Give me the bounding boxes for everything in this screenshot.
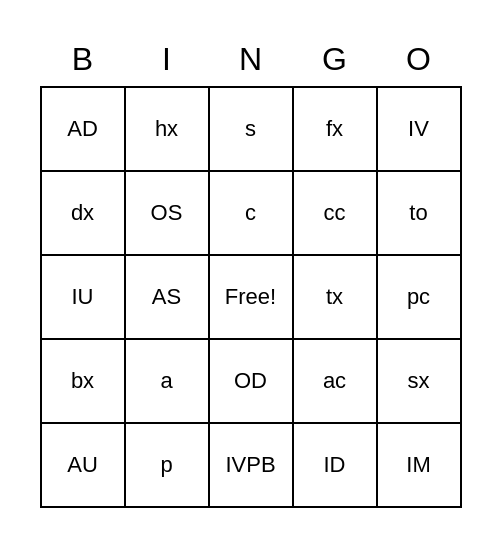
bingo-cell-r4-c1[interactable]: p	[126, 424, 210, 508]
bingo-grid: ADhxsfxIVdxOSccctoIUASFree!txpcbxaODacsx…	[40, 86, 462, 508]
bingo-cell-r0-c0[interactable]: AD	[42, 88, 126, 172]
bingo-cell-r0-c2[interactable]: s	[210, 88, 294, 172]
bingo-cell-r1-c2[interactable]: c	[210, 172, 294, 256]
bingo-cell-r1-c1[interactable]: OS	[126, 172, 210, 256]
bingo-header: BINGO	[41, 37, 461, 82]
bingo-cell-r3-c4[interactable]: sx	[378, 340, 462, 424]
bingo-cell-r2-c4[interactable]: pc	[378, 256, 462, 340]
bingo-cell-r2-c1[interactable]: AS	[126, 256, 210, 340]
bingo-cell-r3-c3[interactable]: ac	[294, 340, 378, 424]
bingo-cell-r3-c1[interactable]: a	[126, 340, 210, 424]
bingo-cell-r3-c0[interactable]: bx	[42, 340, 126, 424]
bingo-cell-r2-c2[interactable]: Free!	[210, 256, 294, 340]
bingo-cell-r4-c3[interactable]: ID	[294, 424, 378, 508]
bingo-cell-r0-c3[interactable]: fx	[294, 88, 378, 172]
bingo-cell-r4-c0[interactable]: AU	[42, 424, 126, 508]
bingo-cell-r1-c3[interactable]: cc	[294, 172, 378, 256]
bingo-card: BINGO ADhxsfxIVdxOSccctoIUASFree!txpcbxa…	[40, 37, 462, 508]
bingo-cell-r4-c2[interactable]: IVPB	[210, 424, 294, 508]
bingo-cell-r4-c4[interactable]: IM	[378, 424, 462, 508]
header-letter-b: B	[41, 37, 125, 82]
bingo-cell-r0-c4[interactable]: IV	[378, 88, 462, 172]
header-letter-n: N	[209, 37, 293, 82]
bingo-cell-r1-c0[interactable]: dx	[42, 172, 126, 256]
bingo-cell-r3-c2[interactable]: OD	[210, 340, 294, 424]
bingo-cell-r0-c1[interactable]: hx	[126, 88, 210, 172]
header-letter-i: I	[125, 37, 209, 82]
header-letter-o: O	[377, 37, 461, 82]
bingo-cell-r2-c3[interactable]: tx	[294, 256, 378, 340]
bingo-cell-r1-c4[interactable]: to	[378, 172, 462, 256]
bingo-cell-r2-c0[interactable]: IU	[42, 256, 126, 340]
header-letter-g: G	[293, 37, 377, 82]
